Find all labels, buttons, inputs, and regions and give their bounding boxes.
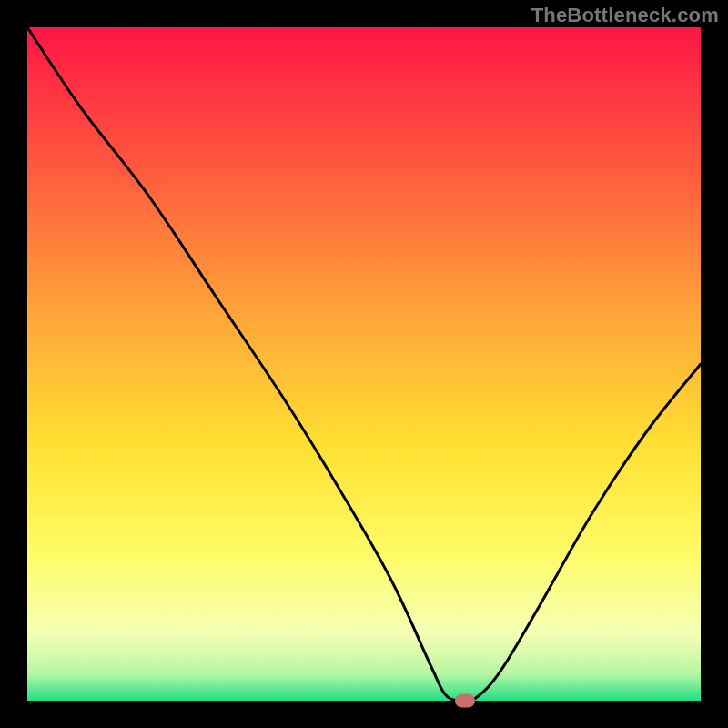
watermark-label: TheBottleneck.com [531, 4, 719, 27]
optimum-marker [455, 694, 475, 708]
plot-area [27, 27, 701, 701]
heat-background [27, 27, 701, 701]
chart-svg [27, 27, 701, 701]
chart-frame: TheBottleneck.com [0, 0, 728, 728]
